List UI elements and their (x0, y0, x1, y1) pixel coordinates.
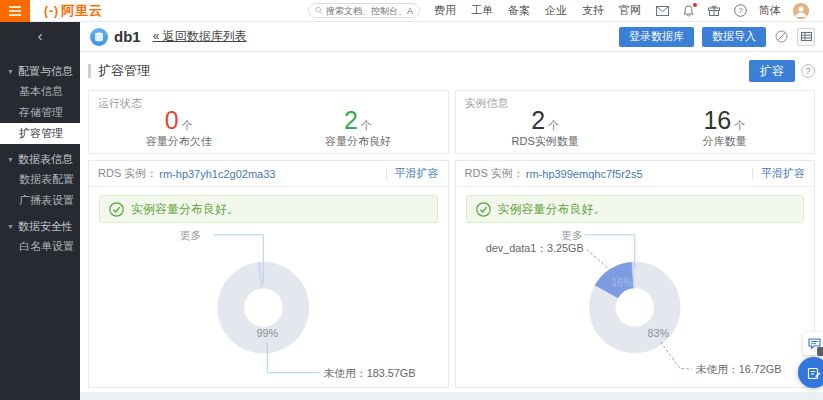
donut-label-unused: 未使用：16.72GB (695, 363, 781, 375)
panel-title: 实例信息 (465, 96, 509, 111)
help-circle-icon[interactable]: ? (801, 64, 815, 78)
nav-support[interactable]: 支持 (582, 3, 604, 18)
sidebar-group-data-security[interactable]: ▼ 数据安全性 (0, 217, 80, 236)
instance-cards-row: RDS 实例： rm-hp37yh1c2g02ma33 平滑扩容 实例容量分布良… (88, 160, 815, 388)
alibaba-cloud-logo[interactable]: (-) 阿里云 (44, 2, 103, 20)
user-avatar[interactable] (793, 3, 809, 19)
chevron-left-icon: ‹ (38, 28, 43, 44)
nav-billing[interactable]: 费用 (434, 3, 456, 18)
notification-bell-icon[interactable] (681, 4, 695, 18)
rds-instance-card-right: RDS 实例： rm-hp399emqhc7f5r2s5 平滑扩容 实例容量分布… (455, 160, 816, 388)
capacity-ok-alert: 实例容量分布良好。 (99, 195, 438, 223)
logo-bracket-icon: (-) (44, 4, 59, 18)
donut-percent-slice: 16% (611, 276, 633, 288)
stat-value: 0 (165, 106, 179, 134)
sidebar-collapse-button[interactable]: ‹ (0, 22, 80, 50)
nav-website[interactable]: 官网 (619, 3, 641, 18)
stat-unit: 个 (182, 119, 193, 131)
card-header: RDS 实例： rm-hp37yh1c2g02ma33 平滑扩容 (89, 161, 448, 187)
widget-badge (817, 347, 823, 356)
sidebar-item-whitelist[interactable]: 白名单设置 (0, 236, 80, 257)
stats-row: 运行状态 0个 容量分布欠佳 2个 容量分布良好 实例信息 2个 RDS实例数量 (88, 90, 815, 154)
instance-info-panel: 实例信息 2个 RDS实例数量 16个 分库数量 (455, 90, 816, 154)
svg-text:?: ? (738, 6, 743, 15)
smooth-expand-link[interactable]: 平滑扩容 (761, 166, 805, 181)
callout-line-slice (586, 250, 618, 278)
running-status-panel: 运行状态 0个 容量分布欠佳 2个 容量分布良好 (88, 90, 449, 154)
donut-label-more: 更多 (180, 229, 202, 241)
nav-tickets[interactable]: 工单 (471, 3, 493, 18)
nav-icp[interactable]: 备案 (508, 3, 530, 18)
gift-box-icon[interactable] (707, 4, 721, 18)
stat-label: RDS实例数量 (456, 134, 635, 149)
layout-grid-icon[interactable] (797, 28, 815, 46)
hamburger-menu-button[interactable] (0, 0, 30, 22)
sidebar-group-label: 配置与信息 (18, 64, 73, 79)
vertical-divider (386, 168, 387, 180)
hamburger-icon (9, 6, 21, 16)
alert-text: 实例容量分布良好。 (131, 201, 239, 218)
stat-value: 2 (344, 106, 358, 134)
stat-shard-count: 16个 分库数量 (635, 107, 814, 149)
check-circle-icon (476, 202, 491, 217)
circle-slash-icon[interactable] (774, 29, 789, 44)
capacity-donut-chart-left[interactable]: 更多 99% 未使用：183.57GB (89, 223, 448, 387)
alert-text: 实例容量分布良好。 (498, 201, 606, 218)
stat-capacity-good: 2个 容量分布良好 (268, 107, 447, 149)
database-icon (90, 28, 108, 46)
stat-label: 容量分布良好 (268, 134, 447, 149)
stat-unit: 个 (734, 119, 745, 131)
donut-percent-unused: 99% (256, 327, 278, 339)
survey-button[interactable] (798, 357, 823, 388)
check-circle-icon (109, 202, 124, 217)
capacity-ok-alert: 实例容量分布良好。 (466, 195, 805, 223)
sidebar-group-table-info[interactable]: ▼ 数据表信息 (0, 150, 80, 169)
capacity-donut-chart-right[interactable]: 更多 dev_data1：3.25GB 16% 83% 未使用：16.72GB (456, 223, 815, 387)
donut-percent-unused: 83% (647, 327, 669, 339)
rds-instance-link[interactable]: rm-hp37yh1c2g02ma33 (159, 168, 275, 180)
search-input[interactable] (326, 6, 413, 16)
rds-instance-card-left: RDS 实例： rm-hp37yh1c2g02ma33 平滑扩容 实例容量分布良… (88, 160, 449, 388)
rds-instance-label: RDS 实例： (98, 166, 157, 181)
section-title: 扩容管理 (88, 64, 150, 78)
stat-unit: 个 (548, 119, 559, 131)
alibaba-cloud-console: (-) 阿里云 费用 工单 备案 企业 支持 官网 (0, 0, 823, 400)
vertical-divider (752, 168, 753, 180)
smooth-expand-link[interactable]: 平滑扩容 (395, 166, 439, 181)
stat-label: 分库数量 (635, 134, 814, 149)
stat-value: 2 (531, 106, 545, 134)
stat-unit: 个 (361, 119, 372, 131)
topbar: (-) 阿里云 费用 工单 备案 企业 支持 官网 (0, 0, 823, 22)
data-import-button[interactable]: 数据导入 (702, 27, 766, 47)
sidebar-item-expansion-management[interactable]: 扩容管理 (0, 123, 80, 144)
global-search[interactable] (308, 3, 420, 18)
stat-rds-count: 2个 RDS实例数量 (456, 107, 635, 149)
topbar-nav: 费用 工单 备案 企业 支持 官网 (434, 3, 641, 18)
sidebar-item-broadcast-table[interactable]: 广播表设置 (0, 190, 80, 211)
logo-text: 阿里云 (61, 2, 103, 20)
sidebar-group-config-info[interactable]: ▼ 配置与信息 (0, 62, 80, 81)
donut-label-unused: 未使用：183.57GB (323, 367, 415, 379)
back-to-database-list-link[interactable]: « 返回数据库列表 (153, 28, 247, 45)
nav-enterprise[interactable]: 企业 (545, 3, 567, 18)
survey-pencil-icon (807, 366, 821, 380)
donut-label-more: 更多 (561, 229, 583, 241)
rds-instance-link[interactable]: rm-hp399emqhc7f5r2s5 (526, 168, 643, 180)
help-icon[interactable]: ? (733, 4, 747, 18)
sidebar-group-label: 数据安全性 (18, 219, 73, 234)
language-selector[interactable]: 简体 (759, 3, 781, 18)
section-bar: 扩容管理 扩容 ? (88, 58, 815, 84)
sidebar-group-label: 数据表信息 (18, 152, 73, 167)
footer-strip (80, 392, 823, 400)
sidebar-item-storage-management[interactable]: 存储管理 (0, 102, 80, 123)
sidebar: ‹ ▼ 配置与信息 基本信息 存储管理 扩容管理 ▼ 数据表信息 (0, 22, 80, 400)
caret-down-icon: ▼ (7, 156, 14, 163)
search-icon (315, 6, 323, 15)
sidebar-item-table-config[interactable]: 数据表配置 (0, 169, 80, 190)
mail-icon[interactable] (655, 4, 669, 18)
expand-capacity-button[interactable]: 扩容 (749, 60, 795, 82)
topbar-icons: ? 简体 (655, 3, 815, 19)
login-database-button[interactable]: 登录数据库 (619, 27, 694, 47)
sidebar-item-basic-info[interactable]: 基本信息 (0, 81, 80, 102)
page-title: db1 (114, 28, 141, 45)
